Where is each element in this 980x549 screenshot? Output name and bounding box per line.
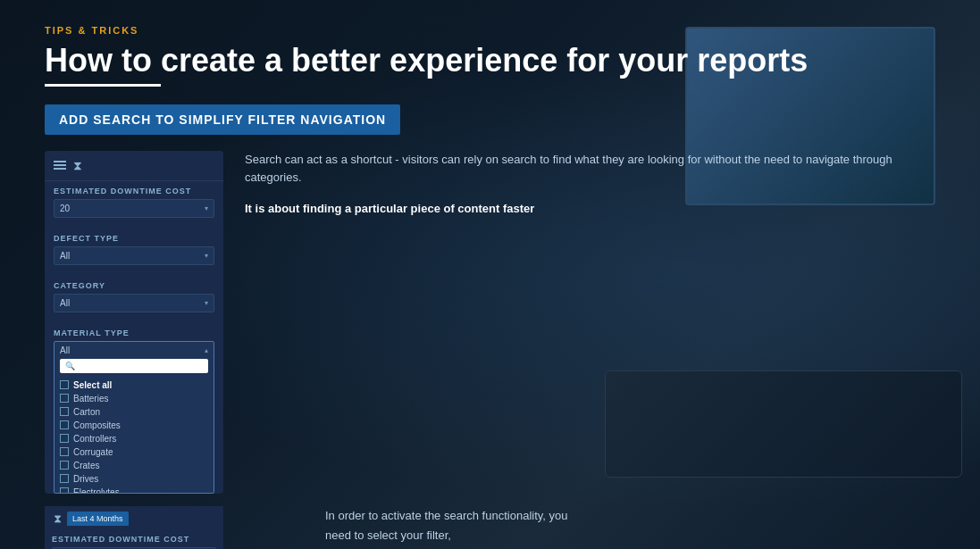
bold-note: It is about finding a particular piece o… bbox=[245, 202, 935, 215]
list-item[interactable]: Composites bbox=[60, 419, 208, 432]
defect-label: DEFECT TYPE bbox=[54, 234, 214, 243]
material-value: All bbox=[60, 345, 70, 355]
list-item[interactable]: Batteries bbox=[60, 392, 208, 405]
bottom-right-text: In order to activate the search function… bbox=[325, 506, 935, 549]
material-checkbox-list: Select all Batteries Carton Composi bbox=[54, 377, 214, 493]
category-value: All bbox=[60, 298, 70, 308]
electrolytes-label: Electrolytes bbox=[73, 487, 120, 493]
batteries-checkbox[interactable] bbox=[60, 394, 69, 403]
tab-last4months[interactable]: Last 4 Months bbox=[67, 512, 129, 526]
category-dropdown[interactable]: All ▾ bbox=[54, 294, 214, 312]
composites-checkbox[interactable] bbox=[60, 420, 69, 429]
controllers-checkbox[interactable] bbox=[60, 434, 69, 443]
list-item[interactable]: Drives bbox=[60, 472, 208, 486]
estimated-value: 20 bbox=[60, 204, 70, 213]
crates-label: Crates bbox=[73, 461, 99, 470]
filter-icon: ⧗ bbox=[73, 158, 82, 173]
right-text-content: Search can act as a shortcut - visitors … bbox=[245, 151, 935, 216]
carton-label: Carton bbox=[73, 407, 100, 417]
main-title: How to create a better experience for yo… bbox=[45, 43, 935, 79]
material-dropdown-expanded[interactable]: All ▴ 🔍 Select all Ba bbox=[54, 341, 214, 494]
description-text: Search can act as a shortcut - visitors … bbox=[245, 151, 935, 188]
page-content: TIPS & TRICKS How to create a better exp… bbox=[0, 0, 980, 549]
chevron-down-icon: ▾ bbox=[205, 204, 208, 212]
drives-checkbox[interactable] bbox=[60, 474, 69, 483]
bottom-desc: In order to activate the search function… bbox=[325, 506, 935, 549]
panel-header: ⧗ bbox=[45, 151, 223, 181]
filter-panel-left: ➜ ⧗ ESTIMATED DOWNTIME COST 20 ▾ DEFECT … bbox=[45, 151, 223, 494]
tips-label: TIPS & TRICKS bbox=[45, 25, 935, 36]
list-item[interactable]: Controllers bbox=[60, 432, 208, 445]
composites-label: Composites bbox=[73, 420, 121, 430]
electrolytes-checkbox[interactable] bbox=[60, 487, 69, 493]
search-icon: 🔍 bbox=[65, 362, 75, 370]
corrugate-checkbox[interactable] bbox=[60, 447, 69, 456]
material-dropdown-header: All ▴ bbox=[54, 342, 214, 359]
section-banner: ADD SEARCH TO SIMPLIFY FILTER NAVIGATION bbox=[45, 104, 400, 135]
material-section: MATERIAL TYPE All ▴ 🔍 Select all bbox=[45, 323, 223, 494]
bd2: search functionality, you bbox=[444, 509, 568, 522]
main-layout: ➜ ⧗ ESTIMATED DOWNTIME COST 20 ▾ DEFECT … bbox=[45, 151, 935, 494]
material-label: MATERIAL TYPE bbox=[54, 329, 214, 337]
panel2-header: ⧗ Last 4 Months bbox=[45, 506, 223, 531]
estimated-section: ESTIMATED DOWNTIME COST 20 ▾ bbox=[45, 181, 223, 229]
bd1: In order to activate the bbox=[325, 509, 440, 522]
filter-panel-2: ➜ ⧗ Last 4 Months ESTIMATED DOWNTIME COS… bbox=[45, 506, 223, 549]
material-search-box: 🔍 bbox=[60, 359, 208, 373]
list-item[interactable]: Crates bbox=[60, 459, 208, 472]
description-span: Search can act as a shortcut - visitors … bbox=[245, 153, 892, 185]
estimated-label: ESTIMATED DOWNTIME COST bbox=[54, 187, 214, 195]
select-all-item[interactable]: Select all bbox=[60, 378, 208, 392]
estimated-dropdown[interactable]: 20 ▾ bbox=[54, 199, 214, 218]
chevron-down-icon-2: ▾ bbox=[205, 252, 208, 260]
p2-estimated-label: ESTIMATED DOWNTIME COST bbox=[52, 535, 216, 544]
defect-section: DEFECT TYPE All ▾ bbox=[45, 229, 223, 276]
hamburger-icon bbox=[54, 161, 66, 170]
category-label: CATEGORY bbox=[54, 281, 214, 290]
defect-value: All bbox=[60, 251, 70, 261]
category-section: CATEGORY All ▾ bbox=[45, 276, 223, 323]
defect-dropdown[interactable]: All ▾ bbox=[54, 246, 214, 265]
drives-label: Drives bbox=[73, 474, 98, 484]
chevron-down-icon-3: ▾ bbox=[205, 299, 208, 307]
select-all-checkbox[interactable] bbox=[60, 380, 69, 389]
material-search-input[interactable] bbox=[79, 362, 203, 370]
chevron-up-icon: ▴ bbox=[205, 346, 208, 354]
crates-checkbox[interactable] bbox=[60, 461, 69, 470]
controllers-label: Controllers bbox=[73, 434, 116, 444]
p2-estimated-section: ESTIMATED DOWNTIME COST 20 ▾ bbox=[45, 531, 223, 549]
carton-checkbox[interactable] bbox=[60, 407, 69, 416]
list-item[interactable]: Electrolytes bbox=[60, 486, 208, 493]
corrugate-label: Corrugate bbox=[73, 447, 113, 457]
filter-icon-2: ⧗ bbox=[54, 512, 62, 526]
list-item[interactable]: Corrugate bbox=[60, 445, 208, 459]
title-underline bbox=[45, 84, 161, 87]
list-item[interactable]: Carton bbox=[60, 405, 208, 419]
panel2-tabs: Last 4 Months bbox=[67, 512, 129, 526]
bottom-section: ➜ ⧗ Last 4 Months ESTIMATED DOWNTIME COS… bbox=[45, 506, 935, 549]
batteries-label: Batteries bbox=[73, 394, 108, 403]
select-all-label: Select all bbox=[73, 380, 112, 390]
bd3: need to select your filter, bbox=[325, 528, 451, 542]
section-banner-text: ADD SEARCH TO SIMPLIFY FILTER NAVIGATION bbox=[59, 112, 386, 127]
